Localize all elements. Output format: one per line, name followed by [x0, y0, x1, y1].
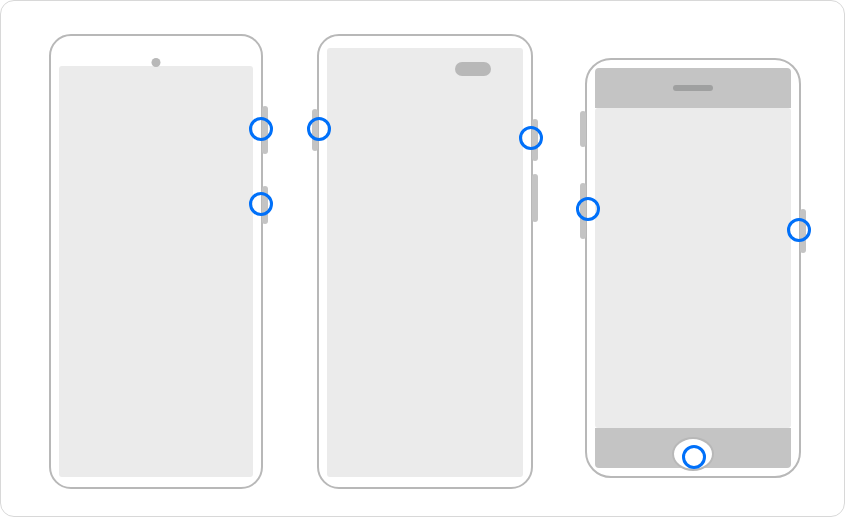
phone-c-frame [585, 58, 801, 478]
phone-a-frame [49, 34, 263, 489]
marker-phone-a-volume [249, 117, 273, 141]
phone-c-speaker-icon [673, 85, 713, 91]
diagram-canvas [0, 0, 845, 517]
phone-a-camera-icon [152, 58, 161, 67]
phone-b-frame [317, 34, 533, 489]
marker-phone-a-power [249, 192, 273, 216]
marker-phone-b-right [519, 126, 543, 150]
phone-c-screen [595, 108, 791, 428]
phone-c-top-bezel [595, 68, 791, 108]
phone-b-right-button-2 [532, 174, 538, 222]
marker-phone-c-left [576, 197, 600, 221]
marker-phone-b-left [307, 117, 331, 141]
phone-c-left-top [580, 111, 586, 147]
phone-b-screen [327, 48, 523, 477]
marker-phone-c-home [682, 445, 706, 469]
phone-a-screen [59, 66, 253, 477]
phone-b-camera-pill-icon [455, 62, 491, 76]
marker-phone-c-right [787, 218, 811, 242]
